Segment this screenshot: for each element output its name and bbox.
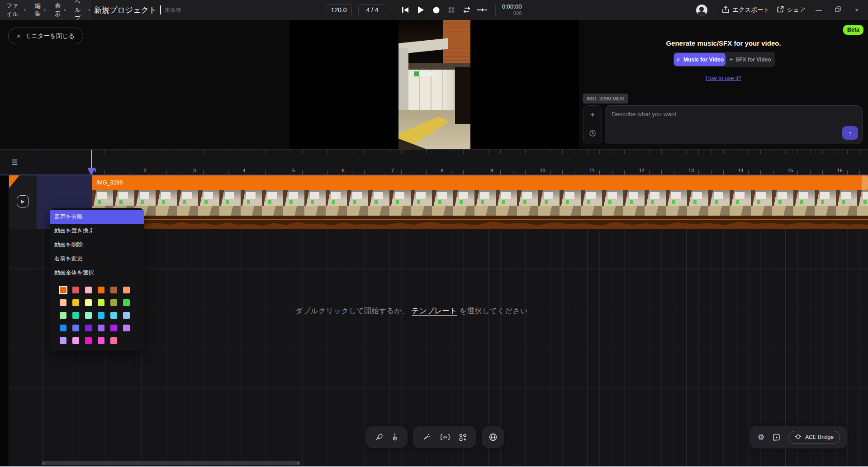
ruler-tick	[401, 150, 402, 154]
restore-button[interactable]	[832, 6, 844, 14]
instrument-button[interactable]	[392, 433, 398, 441]
color-swatch[interactable]	[123, 287, 130, 293]
context-menu-item[interactable]: 動画を削除	[50, 238, 144, 252]
close-monitor-label: モニターを閉じる	[25, 32, 75, 40]
color-swatch[interactable]	[110, 325, 117, 331]
prompt-tools-panel: +	[583, 105, 602, 144]
video-clip[interactable]: IMG_3289	[92, 175, 868, 229]
globe-button[interactable]	[489, 433, 497, 441]
skip-back-button[interactable]	[398, 2, 413, 18]
color-swatch[interactable]	[123, 325, 130, 331]
settings-button[interactable]: ⚙	[758, 433, 764, 442]
color-swatch[interactable]	[85, 312, 92, 319]
add-clip-button[interactable]	[459, 434, 467, 441]
color-swatch[interactable]	[60, 337, 66, 344]
add-attachment-button[interactable]: +	[583, 110, 602, 119]
color-swatch[interactable]	[110, 312, 117, 319]
menu-表示[interactable]: 表示▾	[55, 2, 66, 18]
color-swatch[interactable]	[98, 337, 104, 344]
context-menu-item[interactable]: 動画を置き換え	[50, 224, 144, 238]
ruler-bar-number: 16	[837, 168, 843, 173]
swatch-row	[60, 287, 144, 293]
color-swatch[interactable]	[60, 287, 66, 293]
timeline-ruler[interactable]: 12345678910111213141516	[37, 150, 868, 175]
history-button[interactable]	[589, 130, 596, 138]
color-swatch[interactable]	[72, 287, 79, 293]
color-swatch[interactable]	[72, 337, 79, 344]
menu-label: ヘルプ	[75, 0, 86, 22]
magic-wand-button[interactable]	[422, 433, 431, 441]
menu-ファイル[interactable]: ファイル▾	[6, 2, 26, 18]
context-menu-item[interactable]: 音声を分離	[50, 210, 144, 224]
clip-trim-handle[interactable]	[862, 175, 868, 190]
color-swatch[interactable]	[110, 337, 117, 344]
share-button[interactable]: シェア	[777, 6, 806, 14]
context-menu-item[interactable]: 動画全体を選択	[50, 266, 144, 280]
prompt-input[interactable]: Describe what you want ↑	[605, 105, 863, 144]
follow-playhead-button[interactable]	[474, 2, 490, 18]
tab-sfx-for-video[interactable]: ✦ SFX for Video	[726, 53, 774, 66]
color-swatch[interactable]	[60, 299, 66, 306]
close-monitor-button[interactable]: × モニターを閉じる	[8, 28, 83, 44]
music-tab-label: Music for Video	[683, 57, 724, 63]
play-button[interactable]	[413, 2, 428, 18]
color-swatch[interactable]	[98, 312, 104, 319]
ruler-tick	[154, 150, 154, 154]
color-swatch[interactable]	[98, 325, 104, 331]
color-swatch[interactable]	[72, 299, 79, 306]
template-link[interactable]: テンプレート	[412, 307, 457, 315]
color-swatch[interactable]	[60, 325, 66, 331]
count-in-button[interactable]	[444, 2, 459, 18]
timecode-frames: 000	[502, 10, 522, 16]
tempo-input[interactable]: 120.0	[326, 4, 352, 16]
swatch-row	[60, 299, 144, 306]
color-swatch[interactable]	[98, 299, 104, 306]
color-swatch[interactable]	[98, 287, 104, 293]
color-swatch[interactable]	[123, 312, 130, 319]
time-signature-input[interactable]: 4 / 4	[358, 4, 386, 16]
project-title[interactable]: 新規プロジェクト	[94, 5, 157, 15]
color-swatch[interactable]	[60, 312, 66, 319]
ruler-bar-number: 8	[441, 168, 444, 173]
sparkle-icon: ✦	[729, 57, 733, 63]
attached-file-chip[interactable]: IMG_3289.MOV	[583, 94, 628, 104]
minimize-button[interactable]: —	[813, 6, 825, 14]
auto-region-button[interactable]	[441, 434, 450, 440]
color-swatch[interactable]	[110, 287, 117, 293]
divider	[495, 5, 496, 15]
ruler-subtick	[253, 170, 253, 175]
record-button[interactable]	[428, 2, 444, 18]
record-tools-group	[365, 426, 408, 448]
color-swatch[interactable]	[85, 299, 92, 306]
color-swatch[interactable]	[123, 299, 130, 306]
how-to-use-link[interactable]: How to use it?	[579, 75, 868, 81]
ruler-subtick	[810, 170, 811, 175]
menu-編集[interactable]: 編集▾	[35, 2, 46, 18]
track-menu-button[interactable]: ☰	[12, 158, 18, 166]
color-swatch[interactable]	[72, 325, 79, 331]
color-swatch[interactable]	[72, 312, 79, 319]
ruler-tick	[241, 150, 241, 154]
clip-header[interactable]: IMG_3289	[92, 175, 868, 190]
playhead-handle[interactable]	[88, 168, 95, 175]
color-swatch[interactable]	[110, 299, 117, 306]
horizontal-scrollbar[interactable]	[42, 461, 300, 465]
ace-bridge-button[interactable]: ACE Bridge	[788, 431, 840, 444]
microphone-button[interactable]	[375, 434, 383, 441]
send-prompt-button[interactable]: ↑	[842, 126, 858, 140]
export-button[interactable]: エクスポート	[722, 6, 770, 14]
loop-button[interactable]	[459, 2, 474, 18]
menu-ヘルプ[interactable]: ヘルプ▾	[75, 0, 90, 22]
ruler-tick	[216, 150, 216, 154]
user-avatar[interactable]	[696, 5, 707, 16]
video-track-header[interactable]: ▶	[9, 175, 37, 229]
close-button[interactable]: ×	[851, 6, 863, 14]
color-swatch[interactable]	[85, 287, 92, 293]
ruler-tick	[228, 150, 228, 154]
tutorials-button[interactable]	[773, 434, 780, 441]
color-swatch[interactable]	[85, 337, 92, 344]
swatch-row	[60, 312, 144, 319]
color-swatch[interactable]	[85, 325, 92, 331]
tab-music-for-video[interactable]: ♬ Music for Video	[674, 53, 726, 66]
context-menu-item[interactable]: 名前を変更	[50, 252, 144, 266]
